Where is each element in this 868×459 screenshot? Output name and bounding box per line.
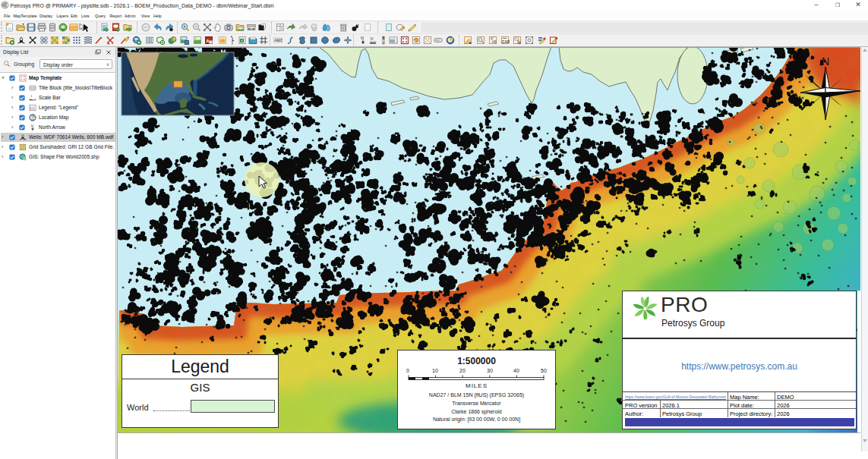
svg-text:N: N — [31, 124, 33, 128]
svg-text:AB: AB — [492, 40, 497, 44]
svg-text:W: W — [371, 37, 374, 41]
svg-text:1: 1 — [30, 94, 33, 98]
svg-text:N: N — [822, 55, 829, 68]
svg-text:CAD: CAD — [502, 40, 510, 44]
svg-text:N: N — [361, 36, 364, 40]
svg-text:ABC: ABC — [274, 38, 282, 42]
